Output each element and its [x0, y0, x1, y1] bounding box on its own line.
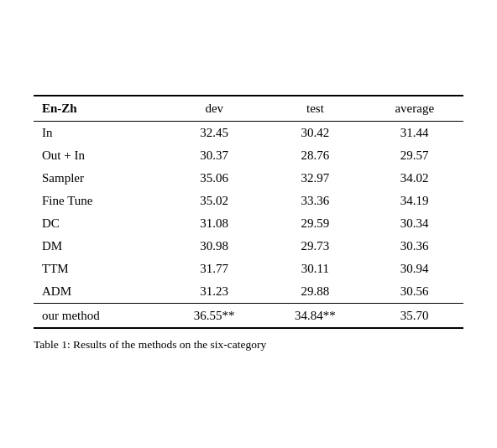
cell-test: 28.76	[264, 144, 365, 167]
col-header-method: En-Zh	[34, 96, 164, 122]
cell-dev: 35.02	[164, 190, 264, 212]
cell-method: Sampler	[34, 167, 164, 190]
cell-average: 31.44	[365, 122, 463, 145]
table-header-row: En-Zh dev test average	[34, 96, 463, 122]
cell-average: 34.02	[365, 167, 463, 190]
col-header-average: average	[365, 96, 463, 122]
highlight-cell-method: our method	[34, 304, 164, 329]
cell-average: 34.19	[365, 190, 463, 212]
cell-dev: 31.08	[164, 212, 264, 235]
cell-average: 30.94	[365, 258, 463, 280]
cell-test: 33.36	[264, 190, 365, 212]
table-row: In32.4530.4231.44	[34, 122, 463, 145]
cell-test: 29.88	[264, 280, 365, 304]
cell-average: 30.36	[365, 235, 463, 258]
cell-method: In	[34, 122, 164, 145]
cell-test: 32.97	[264, 167, 365, 190]
cell-dev: 35.06	[164, 167, 264, 190]
cell-method: TTM	[34, 258, 164, 280]
cell-average: 29.57	[365, 144, 463, 167]
cell-test: 29.59	[264, 212, 365, 235]
cell-dev: 30.98	[164, 235, 264, 258]
cell-method: ADM	[34, 280, 164, 304]
results-table: En-Zh dev test average In32.4530.4231.44…	[34, 95, 463, 329]
col-header-dev: dev	[164, 96, 264, 122]
cell-dev: 30.37	[164, 144, 264, 167]
highlight-cell-average: 35.70	[365, 304, 463, 329]
table-row: Out + In30.3728.7629.57	[34, 144, 463, 167]
table-row: DC31.0829.5930.34	[34, 212, 463, 235]
cell-method: Fine Tune	[34, 190, 164, 212]
cell-method: DC	[34, 212, 164, 235]
table-row: ADM31.2329.8830.56	[34, 280, 463, 304]
cell-dev: 31.23	[164, 280, 264, 304]
col-header-test: test	[264, 96, 365, 122]
table-row: Sampler35.0632.9734.02	[34, 167, 463, 190]
cell-dev: 31.77	[164, 258, 264, 280]
cell-average: 30.34	[365, 212, 463, 235]
highlight-cell-dev: 36.55**	[164, 304, 264, 329]
table-row-highlight: our method36.55**34.84**35.70	[34, 304, 463, 329]
highlight-cell-test: 34.84**	[264, 304, 365, 329]
table-row: TTM31.7730.1130.94	[34, 258, 463, 280]
cell-method: Out + In	[34, 144, 164, 167]
cell-test: 30.42	[264, 122, 365, 145]
cell-test: 30.11	[264, 258, 365, 280]
table-row: Fine Tune35.0233.3634.19	[34, 190, 463, 212]
table-caption: Table 1: Results of the methods on the s…	[34, 337, 463, 353]
cell-method: DM	[34, 235, 164, 258]
cell-test: 29.73	[264, 235, 365, 258]
cell-average: 30.56	[365, 280, 463, 304]
table-row: DM30.9829.7330.36	[34, 235, 463, 258]
cell-dev: 32.45	[164, 122, 264, 145]
table-container: En-Zh dev test average In32.4530.4231.44…	[34, 95, 463, 353]
